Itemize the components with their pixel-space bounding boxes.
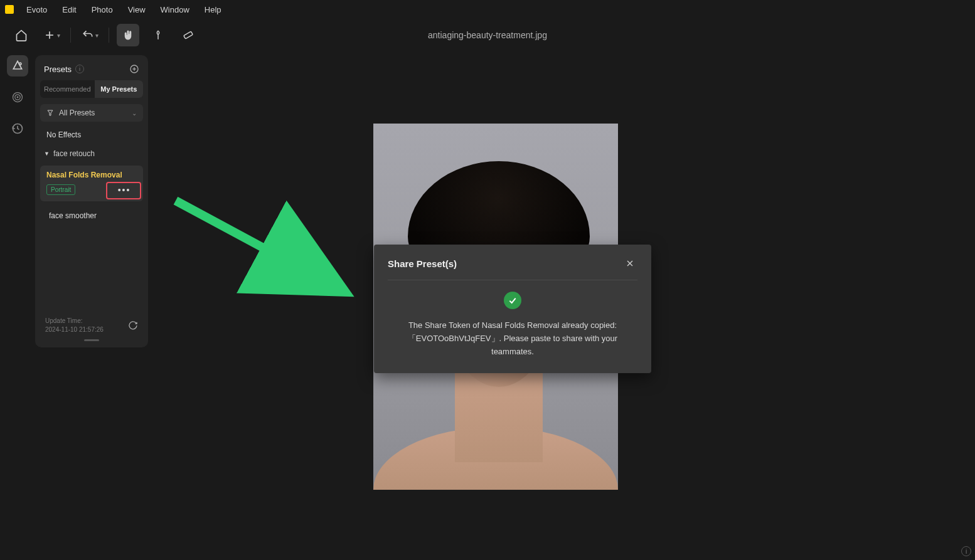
triangle-down-icon: ▼ xyxy=(44,151,50,157)
svg-marker-12 xyxy=(48,110,53,115)
svg-point-8 xyxy=(17,97,18,98)
app-logo-icon xyxy=(5,5,14,14)
modal-header: Share Preset(s) xyxy=(388,256,637,280)
share-preset-modal: Share Preset(s) The Share Token of Nasal… xyxy=(374,245,651,373)
rail-effects-button[interactable] xyxy=(7,87,28,108)
update-time-row: Update Time: 2024-11-10 21:57:26 xyxy=(40,313,143,334)
zoom-tool-button[interactable] xyxy=(147,24,169,46)
preset-tag: Portrait xyxy=(46,184,75,195)
update-time: 2024-11-10 21:57:26 xyxy=(45,325,104,334)
svg-point-5 xyxy=(19,63,21,65)
chevron-down-icon: ▾ xyxy=(95,32,99,39)
group-label: face retouch xyxy=(53,149,95,158)
drag-handle[interactable] xyxy=(84,339,99,341)
modal-title: Share Preset(s) xyxy=(388,258,457,269)
presets-tabs: Recommended My Presets xyxy=(40,80,143,98)
hand-tool-button[interactable] xyxy=(117,24,139,46)
svg-rect-3 xyxy=(184,31,193,39)
update-label: Update Time: xyxy=(45,317,104,325)
panel-title-text: Presets xyxy=(44,65,72,74)
left-rail xyxy=(5,55,30,139)
rail-presets-button[interactable] xyxy=(7,55,28,77)
home-button[interactable] xyxy=(10,24,33,46)
svg-point-6 xyxy=(13,93,23,102)
refresh-button[interactable] xyxy=(128,320,138,330)
panel-header: Presets i xyxy=(40,61,143,80)
modal-close-button[interactable] xyxy=(622,256,637,271)
menu-photo[interactable]: Photo xyxy=(84,3,120,17)
file-title: antiaging-beauty-treatment.jpg xyxy=(428,30,547,40)
toolbar: ▾ ▾ antiaging-beauty-treatment.jpg xyxy=(0,19,975,51)
add-preset-button[interactable] xyxy=(129,64,139,74)
add-button[interactable]: ▾ xyxy=(40,24,63,46)
filter-label: All Presets xyxy=(59,108,95,117)
svg-point-7 xyxy=(15,95,20,100)
rail-history-button[interactable] xyxy=(7,118,28,139)
preset-list: No Effects ▼ face retouch Nasal Folds Re… xyxy=(40,125,143,225)
measure-tool-button[interactable] xyxy=(177,24,200,46)
menu-view[interactable]: View xyxy=(120,3,153,17)
presets-panel: Presets i Recommended My Presets All Pre… xyxy=(35,55,148,347)
menu-help[interactable]: Help xyxy=(197,3,229,17)
info-badge[interactable]: i xyxy=(961,546,971,556)
menu-window[interactable]: Window xyxy=(153,3,197,17)
preset-card-active[interactable]: Nasal Folds Removal Portrait ••• xyxy=(40,166,143,201)
menubar: Evoto Edit Photo View Window Help xyxy=(0,0,975,19)
filter-icon xyxy=(46,109,54,117)
separator xyxy=(109,28,109,43)
group-face-retouch[interactable]: ▼ face retouch xyxy=(40,144,143,163)
undo-button[interactable]: ▾ xyxy=(78,24,101,46)
preset-no-effects[interactable]: No Effects xyxy=(40,125,143,144)
check-icon xyxy=(504,292,521,309)
modal-message: The Share Token of Nasal Folds Removal a… xyxy=(388,319,637,358)
preset-more-button[interactable]: ••• xyxy=(109,182,139,198)
menu-app[interactable]: Evoto xyxy=(19,3,55,17)
tab-recommended[interactable]: Recommended xyxy=(40,80,95,98)
separator xyxy=(70,28,71,43)
close-icon xyxy=(625,258,635,268)
info-icon[interactable]: i xyxy=(75,65,84,73)
menu-edit[interactable]: Edit xyxy=(55,3,83,17)
modal-body: The Share Token of Nasal Folds Removal a… xyxy=(388,280,637,358)
chevron-down-icon: ▾ xyxy=(57,32,60,39)
panel-title: Presets i xyxy=(44,65,84,74)
preset-name: Nasal Folds Removal xyxy=(46,171,137,179)
chevron-down-icon: ⌄ xyxy=(132,110,137,117)
tab-my-presets[interactable]: My Presets xyxy=(95,80,143,98)
filter-dropdown[interactable]: All Presets ⌄ xyxy=(40,104,143,122)
preset-face-smoother[interactable]: face smoother xyxy=(40,206,143,225)
